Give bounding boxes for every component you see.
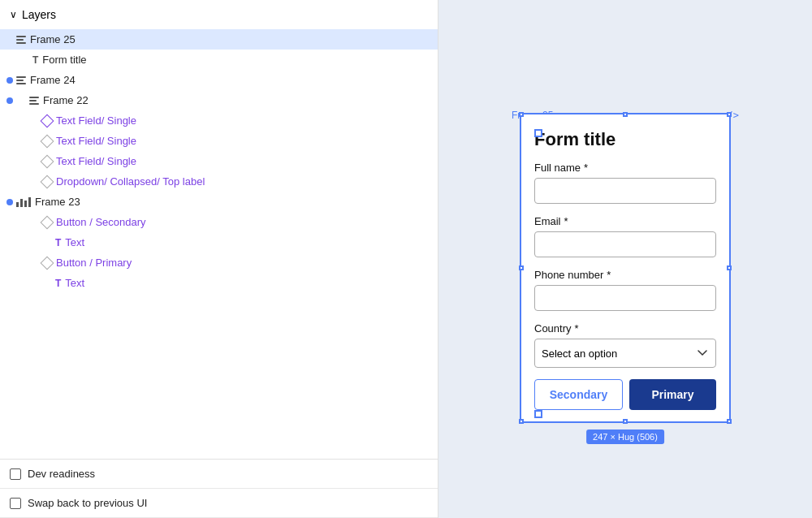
tree-label-text2: Text	[65, 277, 84, 289]
handle-mr[interactable]	[727, 265, 732, 270]
dot-frame23	[6, 199, 13, 205]
btn-primary[interactable]: Primary	[629, 379, 716, 410]
layers-header[interactable]: ∨ Layers	[0, 0, 438, 29]
dot-frame24	[6, 77, 13, 84]
select-country[interactable]: Select an option	[534, 339, 716, 368]
bottom-section: Dev readiness Swap back to previous UI	[0, 459, 438, 518]
handle-ml[interactable]	[519, 265, 524, 270]
diamond-icon-btn-secondary	[41, 215, 54, 229]
dev-readiness-item[interactable]: Dev readiness	[0, 460, 438, 489]
label-country: Country *	[534, 322, 716, 335]
field-fullname: Full name *	[534, 162, 716, 204]
btn-secondary[interactable]: Secondary	[534, 379, 623, 410]
layers-title: Layers	[22, 8, 56, 21]
field-email: Email *	[534, 215, 716, 257]
handle-tr[interactable]	[727, 112, 732, 117]
form-title: Form title	[534, 129, 716, 150]
form-container: Form title Full name * Email *	[520, 113, 731, 423]
frame-icon	[16, 36, 26, 44]
layers-tree: Frame 25 T Form title Frame 24 Frame 22	[0, 29, 438, 459]
tree-label-dropdown: Dropdown/ Collapsed/ Top label	[56, 175, 205, 188]
tree-item-dropdown[interactable]: Dropdown/ Collapsed/ Top label	[0, 171, 438, 192]
tree-label-tf3: Text Field/ Single	[56, 155, 136, 167]
input-email[interactable]	[534, 231, 716, 257]
diamond-icon-dropdown	[41, 175, 54, 188]
tree-label-tf2: Text Field/ Single	[56, 135, 136, 147]
label-fullname: Full name *	[534, 162, 716, 174]
diamond-icon-btn-primary	[41, 256, 54, 270]
field-phone: Phone number *	[534, 269, 716, 311]
tree-item-tf1[interactable]: Text Field/ Single	[0, 110, 438, 131]
tree-label-form-title: Form title	[42, 54, 86, 66]
layers-chevron-icon: ∨	[10, 9, 17, 20]
tree-label-frame22: Frame 22	[43, 94, 89, 106]
tree-item-frame25[interactable]: Frame 25	[0, 29, 438, 50]
tree-label-tf1: Text Field/ Single	[56, 114, 136, 127]
right-panel: Frame 25 </> Form title Full name	[438, 0, 812, 518]
left-panel: ∨ Layers Frame 25 T Form title Frame 24	[0, 0, 438, 518]
tree-item-frame22[interactable]: Frame 22	[0, 90, 438, 110]
handle-tm[interactable]	[623, 112, 628, 117]
label-email: Email *	[534, 215, 716, 227]
text-icon-form-title: T	[32, 54, 38, 66]
tree-label-frame23: Frame 23	[35, 196, 80, 208]
tree-item-text2[interactable]: T Text	[0, 273, 438, 293]
bars-icon-frame22	[29, 97, 39, 105]
field-country: Country * Select an option	[534, 322, 716, 368]
tree-label-frame25: Frame 25	[30, 33, 76, 45]
tree-item-frame23[interactable]: Frame 23	[0, 192, 438, 212]
diamond-icon-tf2	[41, 134, 54, 148]
handle-br[interactable]	[727, 419, 732, 424]
form-buttons: Secondary Primary	[534, 379, 716, 410]
label-phone: Phone number *	[534, 269, 716, 281]
tree-item-tf3[interactable]: Text Field/ Single	[0, 151, 438, 171]
tree-label-text1: Text	[65, 236, 84, 248]
size-badge: 247 × Hug (506)	[586, 430, 664, 444]
swap-back-icon	[10, 498, 21, 509]
handle-bl[interactable]	[519, 419, 524, 424]
tree-item-form-title[interactable]: T Form title	[0, 50, 438, 70]
swap-back-item[interactable]: Swap back to previous UI	[0, 489, 438, 518]
tree-item-tf2[interactable]: Text Field/ Single	[0, 131, 438, 151]
tree-item-btn-secondary[interactable]: Button / Secondary	[0, 212, 438, 232]
tree-label-frame24: Frame 24	[30, 74, 76, 86]
diamond-icon-tf3	[41, 154, 54, 168]
tree-label-btn-secondary: Button / Secondary	[56, 216, 146, 228]
text-icon-text2: T	[55, 278, 61, 289]
bars-icon-frame24	[16, 76, 26, 84]
chart-icon-frame23	[16, 197, 31, 207]
text-icon-text1: T	[55, 237, 61, 248]
handle-bm[interactable]	[623, 419, 628, 424]
tree-item-btn-primary[interactable]: Button / Primary	[0, 253, 438, 273]
dev-readiness-icon	[10, 468, 21, 480]
tree-item-frame24[interactable]: Frame 24	[0, 70, 438, 90]
handle-tl[interactable]	[519, 112, 524, 117]
diamond-icon-tf1	[41, 114, 54, 127]
swap-back-label: Swap back to previous UI	[28, 497, 147, 509]
dev-readiness-label: Dev readiness	[28, 468, 95, 480]
dot-frame22	[6, 97, 13, 104]
tree-label-btn-primary: Button / Primary	[56, 257, 132, 269]
input-phone[interactable]	[534, 285, 716, 311]
input-fullname[interactable]	[534, 178, 716, 204]
tree-item-text1[interactable]: T Text	[0, 232, 438, 253]
